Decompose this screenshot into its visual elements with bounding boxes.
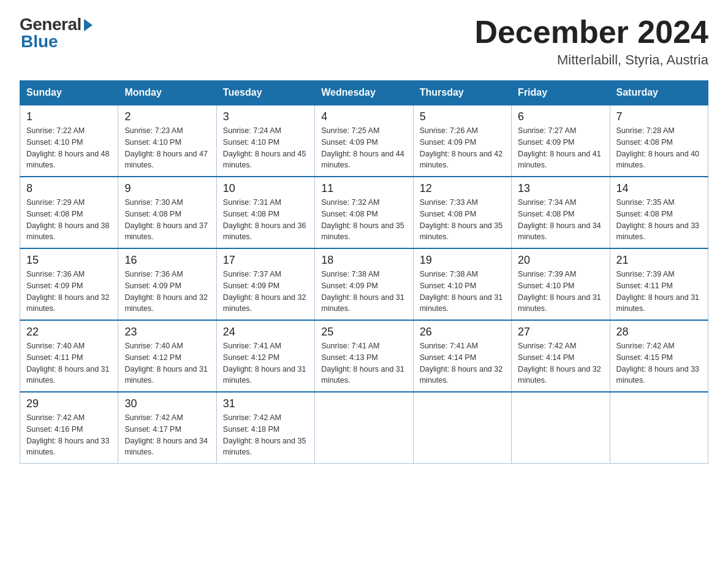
day-number: 10: [223, 182, 308, 195]
calendar-cell: 17 Sunrise: 7:37 AM Sunset: 4:09 PM Dayl…: [216, 248, 314, 320]
day-info: Sunrise: 7:41 AM Sunset: 4:14 PM Dayligh…: [420, 340, 505, 386]
calendar-cell: 19 Sunrise: 7:38 AM Sunset: 4:10 PM Dayl…: [413, 248, 511, 320]
header-thursday: Thursday: [413, 81, 511, 105]
calendar-cell: 21 Sunrise: 7:39 AM Sunset: 4:11 PM Dayl…: [610, 248, 708, 320]
day-number: 20: [518, 254, 603, 267]
day-number: 6: [518, 110, 603, 123]
day-number: 28: [616, 326, 702, 339]
logo-arrow-icon: [84, 19, 93, 31]
day-info: Sunrise: 7:36 AM Sunset: 4:09 PM Dayligh…: [124, 269, 210, 315]
day-number: 29: [26, 397, 112, 410]
day-info: Sunrise: 7:25 AM Sunset: 4:09 PM Dayligh…: [321, 125, 406, 171]
calendar-cell: 26 Sunrise: 7:41 AM Sunset: 4:14 PM Dayl…: [413, 320, 511, 392]
calendar-cell: 30 Sunrise: 7:42 AM Sunset: 4:17 PM Dayl…: [118, 392, 216, 464]
day-number: 17: [223, 254, 308, 267]
calendar-cell: [413, 392, 511, 464]
calendar-cell: 27 Sunrise: 7:42 AM Sunset: 4:14 PM Dayl…: [512, 320, 610, 392]
day-number: 7: [616, 110, 702, 123]
calendar-week-row: 1 Sunrise: 7:22 AM Sunset: 4:10 PM Dayli…: [20, 105, 708, 177]
day-info: Sunrise: 7:34 AM Sunset: 4:08 PM Dayligh…: [518, 197, 603, 243]
header-sunday: Sunday: [20, 81, 118, 105]
day-number: 2: [124, 110, 210, 123]
day-number: 23: [124, 326, 210, 339]
day-info: Sunrise: 7:23 AM Sunset: 4:10 PM Dayligh…: [124, 125, 210, 171]
calendar-cell: 5 Sunrise: 7:26 AM Sunset: 4:09 PM Dayli…: [413, 105, 511, 177]
day-number: 4: [321, 110, 406, 123]
calendar-cell: 13 Sunrise: 7:34 AM Sunset: 4:08 PM Dayl…: [512, 177, 610, 248]
day-number: 26: [420, 326, 505, 339]
header-wednesday: Wednesday: [315, 81, 413, 105]
calendar-cell: 25 Sunrise: 7:41 AM Sunset: 4:13 PM Dayl…: [315, 320, 413, 392]
calendar-cell: 28 Sunrise: 7:42 AM Sunset: 4:15 PM Dayl…: [610, 320, 708, 392]
day-number: 12: [420, 182, 505, 195]
calendar-week-row: 22 Sunrise: 7:40 AM Sunset: 4:11 PM Dayl…: [20, 320, 708, 392]
day-info: Sunrise: 7:40 AM Sunset: 4:11 PM Dayligh…: [26, 340, 112, 386]
day-info: Sunrise: 7:29 AM Sunset: 4:08 PM Dayligh…: [26, 197, 112, 243]
day-number: 11: [321, 182, 406, 195]
calendar-cell: 18 Sunrise: 7:38 AM Sunset: 4:09 PM Dayl…: [315, 248, 413, 320]
calendar-cell: 16 Sunrise: 7:36 AM Sunset: 4:09 PM Dayl…: [118, 248, 216, 320]
day-info: Sunrise: 7:42 AM Sunset: 4:14 PM Dayligh…: [518, 340, 603, 386]
day-number: 18: [321, 254, 406, 267]
location-title: Mitterlabill, Styria, Austria: [474, 52, 708, 68]
day-info: Sunrise: 7:42 AM Sunset: 4:16 PM Dayligh…: [26, 412, 112, 458]
day-number: 21: [616, 254, 702, 267]
day-info: Sunrise: 7:22 AM Sunset: 4:10 PM Dayligh…: [26, 125, 112, 171]
day-info: Sunrise: 7:38 AM Sunset: 4:10 PM Dayligh…: [420, 269, 505, 315]
day-info: Sunrise: 7:31 AM Sunset: 4:08 PM Dayligh…: [223, 197, 308, 243]
calendar-week-row: 15 Sunrise: 7:36 AM Sunset: 4:09 PM Dayl…: [20, 248, 708, 320]
day-info: Sunrise: 7:32 AM Sunset: 4:08 PM Dayligh…: [321, 197, 406, 243]
calendar-cell: 8 Sunrise: 7:29 AM Sunset: 4:08 PM Dayli…: [20, 177, 118, 248]
calendar-week-row: 8 Sunrise: 7:29 AM Sunset: 4:08 PM Dayli…: [20, 177, 708, 248]
header-monday: Monday: [118, 81, 216, 105]
day-number: 16: [124, 254, 210, 267]
day-number: 30: [124, 397, 210, 410]
calendar-cell: 24 Sunrise: 7:41 AM Sunset: 4:12 PM Dayl…: [216, 320, 314, 392]
calendar-cell: 4 Sunrise: 7:25 AM Sunset: 4:09 PM Dayli…: [315, 105, 413, 177]
calendar-header-row: SundayMondayTuesdayWednesdayThursdayFrid…: [20, 81, 708, 105]
day-number: 9: [124, 182, 210, 195]
calendar-cell: 2 Sunrise: 7:23 AM Sunset: 4:10 PM Dayli…: [118, 105, 216, 177]
day-number: 24: [223, 326, 308, 339]
day-info: Sunrise: 7:41 AM Sunset: 4:12 PM Dayligh…: [223, 340, 308, 386]
header-saturday: Saturday: [610, 81, 708, 105]
day-number: 14: [616, 182, 702, 195]
calendar-cell: 6 Sunrise: 7:27 AM Sunset: 4:09 PM Dayli…: [512, 105, 610, 177]
day-info: Sunrise: 7:39 AM Sunset: 4:11 PM Dayligh…: [616, 269, 702, 315]
calendar-cell: 20 Sunrise: 7:39 AM Sunset: 4:10 PM Dayl…: [512, 248, 610, 320]
calendar-cell: 22 Sunrise: 7:40 AM Sunset: 4:11 PM Dayl…: [20, 320, 118, 392]
calendar-cell: 9 Sunrise: 7:30 AM Sunset: 4:08 PM Dayli…: [118, 177, 216, 248]
logo-blue-text: Blue: [20, 32, 58, 52]
calendar-cell: 10 Sunrise: 7:31 AM Sunset: 4:08 PM Dayl…: [216, 177, 314, 248]
day-number: 27: [518, 326, 603, 339]
calendar-cell: 1 Sunrise: 7:22 AM Sunset: 4:10 PM Dayli…: [20, 105, 118, 177]
calendar-week-row: 29 Sunrise: 7:42 AM Sunset: 4:16 PM Dayl…: [20, 392, 708, 464]
header-friday: Friday: [512, 81, 610, 105]
calendar-cell: 29 Sunrise: 7:42 AM Sunset: 4:16 PM Dayl…: [20, 392, 118, 464]
day-number: 25: [321, 326, 406, 339]
calendar-cell: 23 Sunrise: 7:40 AM Sunset: 4:12 PM Dayl…: [118, 320, 216, 392]
day-info: Sunrise: 7:42 AM Sunset: 4:18 PM Dayligh…: [223, 412, 308, 458]
calendar-cell: [512, 392, 610, 464]
calendar-cell: [315, 392, 413, 464]
day-info: Sunrise: 7:40 AM Sunset: 4:12 PM Dayligh…: [124, 340, 210, 386]
calendar-cell: 12 Sunrise: 7:33 AM Sunset: 4:08 PM Dayl…: [413, 177, 511, 248]
calendar-cell: 11 Sunrise: 7:32 AM Sunset: 4:08 PM Dayl…: [315, 177, 413, 248]
month-title: December 2024: [474, 15, 708, 50]
title-area: December 2024 Mitterlabill, Styria, Aust…: [474, 15, 708, 68]
day-number: 13: [518, 182, 603, 195]
calendar-cell: 7 Sunrise: 7:28 AM Sunset: 4:08 PM Dayli…: [610, 105, 708, 177]
page-header: General Blue December 2024 Mitterlabill,…: [20, 15, 708, 68]
day-info: Sunrise: 7:42 AM Sunset: 4:15 PM Dayligh…: [616, 340, 702, 386]
day-number: 8: [26, 182, 112, 195]
day-number: 3: [223, 110, 308, 123]
day-info: Sunrise: 7:38 AM Sunset: 4:09 PM Dayligh…: [321, 269, 406, 315]
day-number: 19: [420, 254, 505, 267]
day-info: Sunrise: 7:30 AM Sunset: 4:08 PM Dayligh…: [124, 197, 210, 243]
day-info: Sunrise: 7:26 AM Sunset: 4:09 PM Dayligh…: [420, 125, 505, 171]
day-number: 22: [26, 326, 112, 339]
calendar-cell: 14 Sunrise: 7:35 AM Sunset: 4:08 PM Dayl…: [610, 177, 708, 248]
day-info: Sunrise: 7:41 AM Sunset: 4:13 PM Dayligh…: [321, 340, 406, 386]
day-info: Sunrise: 7:37 AM Sunset: 4:09 PM Dayligh…: [223, 269, 308, 315]
day-number: 31: [223, 397, 308, 410]
